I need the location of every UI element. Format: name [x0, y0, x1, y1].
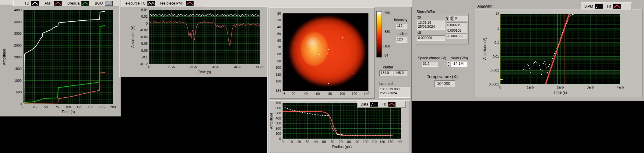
x-axis-label: Time (s) — [149, 70, 260, 74]
legend-item-td[interactable]: TD — [24, 1, 39, 6]
y-index-field[interactable]: 0 — [454, 16, 468, 21]
legend-item-esource-fc[interactable]: e-source FC — [125, 1, 155, 6]
analwfm-label: AnalWfm — [477, 4, 492, 9]
t0-label: t0 — [417, 15, 421, 19]
y-value-2: -0.000122 — [446, 33, 467, 39]
profile-legend[interactable]: Data Fit — [357, 101, 406, 108]
y-axis-ticks: 0.040.020-0.02-0.04-0.06-0.08-0.1-0.12 — [135, 10, 149, 64]
legend-item-fit[interactable]: Fit — [607, 4, 621, 9]
image-speckles — [283, 13, 283, 14]
legend-item-bgo[interactable]: BGO — [95, 1, 113, 6]
spinner-up-icon[interactable] — [447, 61, 450, 64]
esource-graph-plot — [149, 10, 260, 64]
chevron-line-icon — [32, 2, 38, 5]
chevron-line-icon — [106, 2, 112, 5]
counts-graph-legend[interactable]: TD AMT Brescia BGO — [13, 0, 121, 6]
legend-label: SiPM — [584, 4, 593, 9]
colorbar-tick: 650 — [383, 11, 390, 15]
center-x-field[interactable]: 134.8 — [379, 70, 393, 76]
chevron-line-icon — [55, 2, 61, 5]
x-axis-ticks: 0255075100125150175200 — [23, 105, 113, 109]
x-axis-label: Radius (pix) — [283, 145, 401, 149]
chevron-line-icon — [82, 2, 88, 5]
intensity-field[interactable]: 110 — [396, 23, 407, 29]
image-panel-top-strip — [267, 0, 412, 7]
plot-style-chip[interactable] — [595, 4, 603, 9]
plot-style-chip[interactable] — [613, 4, 621, 9]
temperature-label: Temperature (K) — [427, 74, 458, 79]
legend-item-tee-piece-pmt[interactable]: Tee piece PMT — [160, 1, 194, 6]
legend-item-fit[interactable]: Fit — [382, 102, 395, 107]
radius-label: radius — [390, 32, 407, 36]
plot-style-chip[interactable] — [105, 1, 113, 6]
legend-label: BGO — [95, 1, 103, 5]
dvdt-label: dV/dt (V/s) — [451, 56, 468, 60]
plot-style-chip[interactable] — [54, 1, 62, 6]
intensity-label: intensity — [390, 18, 407, 22]
plot-style-chip[interactable] — [370, 102, 378, 107]
zigzag-line-icon — [148, 2, 155, 5]
dvdt-field[interactable]: -14.1M — [451, 61, 467, 67]
y-axis-ticks: 2030405060708090100110120134 — [270, 13, 282, 91]
dots-icon — [372, 103, 373, 104]
spinner-down-icon[interactable] — [447, 64, 450, 67]
y-index-spinner[interactable] — [449, 16, 453, 21]
chevron-line-icon — [389, 103, 395, 106]
colorbar-tick: 160 — [383, 44, 390, 48]
intensity-colorbar — [377, 12, 382, 57]
x-axis-ticks: 520406080100120140 — [283, 92, 368, 96]
last-mod-label: last mod — [379, 82, 392, 86]
spinner-up-icon[interactable] — [449, 16, 453, 19]
last-mod-date: 25/06/2024 — [380, 91, 409, 95]
y-value-0: 0.000219 — [446, 23, 467, 28]
y-axis-ticks: 1210.10.010.0010.0001 — [487, 14, 500, 84]
storedwfm-label: StoredWfm — [417, 10, 435, 14]
dt-label: dt — [417, 30, 421, 35]
labview-front-panel: { "colors": { "td": "#ffffff", "amt": "#… — [0, 0, 644, 153]
x-axis-label: Time (s) — [500, 90, 620, 95]
legend-item-brescia[interactable]: Brescia — [67, 1, 89, 6]
legend-label: Data — [361, 102, 368, 106]
x-axis-ticks: 01E-52E-53E-54E-5 — [500, 85, 620, 89]
esource-graph-legend[interactable]: e-source FC Tee piece PMT — [121, 0, 204, 6]
t0-field: 13:09:19 25/06/2024 — [417, 20, 445, 30]
center-y-field[interactable]: 145.9 — [394, 70, 407, 76]
counts-graph-plot — [23, 10, 113, 104]
analwfm-legend[interactable]: SiPM Fit — [581, 2, 632, 10]
legend-item-amt[interactable]: AMT — [44, 1, 62, 6]
plot-style-chip[interactable] — [31, 1, 39, 6]
temperature-field: -104000 — [435, 80, 455, 87]
analwfm-subpanel: Amplitude (V) 1210.10.010.0010.0001 01E-… — [475, 9, 642, 97]
dvdt-spinner[interactable] — [447, 61, 450, 67]
t0-time: 13:09:19 — [418, 21, 444, 25]
legend-label: Fit — [607, 4, 611, 9]
analwfm-plot[interactable] — [500, 14, 620, 84]
radius-field[interactable]: 120 — [396, 37, 407, 43]
radial-profile-plot — [283, 103, 401, 139]
colorbar-tick: 64 — [383, 54, 388, 57]
center-label: center — [383, 65, 393, 69]
y-axis-ticks: 0100200300400500600700 — [273, 103, 282, 139]
y-value-1: 0.000108 — [446, 28, 467, 33]
legend-item-sipm[interactable]: SiPM — [584, 4, 603, 9]
plot-style-chip[interactable] — [81, 1, 89, 6]
legend-label: Brescia — [67, 1, 79, 5]
intensity-graph-subpanel: 2030405060708090100110120134 52040608010… — [269, 7, 375, 99]
y-axis-label: Amplitude — [2, 10, 7, 104]
x-axis-ticks: 01E-52E-53E-54E-55E-5 — [149, 65, 260, 69]
storedwfm-cluster: t0 13:09:19 25/06/2024 dt 0.000000 Y 0 0… — [415, 14, 469, 44]
last-mod-field: 13:09:19.000 25/06/2024 — [379, 87, 410, 98]
legend-item-data[interactable]: Data — [361, 102, 378, 107]
x-axis-label: Time (s) — [23, 110, 113, 114]
plot-style-chip[interactable] — [147, 1, 155, 6]
legend-label: Tee piece PMT — [160, 1, 184, 5]
beam-image-plot — [283, 13, 368, 91]
plot-style-chip[interactable] — [388, 102, 396, 107]
last-mod-time: 13:09:19.000 — [380, 87, 409, 91]
plot-style-chip[interactable] — [186, 1, 194, 6]
panel-esource-graph: Amplitude (V) 0.040.020-0.02-0.04-0.06-0… — [119, 6, 267, 77]
dt-field: 0.000000 — [417, 35, 445, 41]
legend-label: AMT — [44, 1, 52, 5]
y-axis-label: Amplitude (V) — [482, 14, 487, 84]
spinner-down-icon[interactable] — [449, 19, 453, 21]
